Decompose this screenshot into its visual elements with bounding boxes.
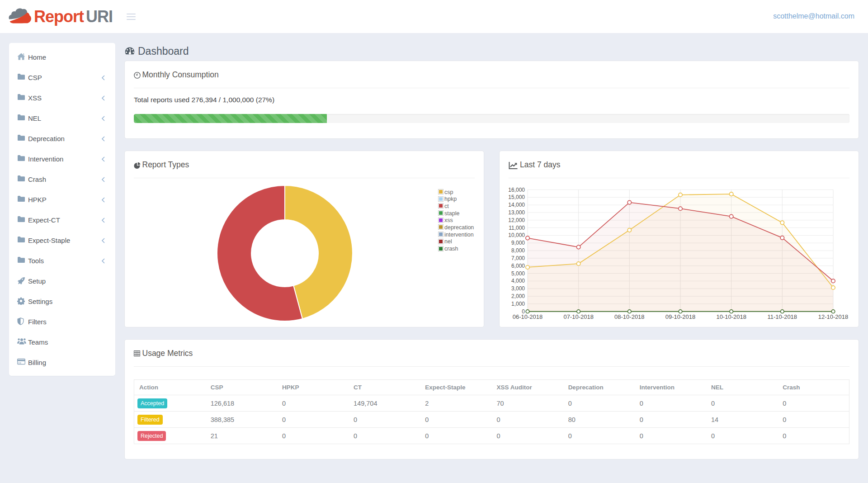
svg-text:1,000: 1,000 bbox=[511, 301, 525, 307]
svg-text:14,000: 14,000 bbox=[508, 202, 525, 208]
svg-text:11,000: 11,000 bbox=[509, 225, 525, 231]
svg-text:12-10-2018: 12-10-2018 bbox=[818, 313, 849, 320]
svg-text:08-10-2018: 08-10-2018 bbox=[614, 313, 645, 320]
svg-text:8,000: 8,000 bbox=[511, 247, 525, 254]
svg-text:4,000: 4,000 bbox=[511, 278, 525, 284]
svg-text:12,000: 12,000 bbox=[508, 217, 525, 223]
svg-text:6,000: 6,000 bbox=[511, 263, 525, 269]
svg-text:3,000: 3,000 bbox=[511, 285, 525, 292]
svg-text:13,000: 13,000 bbox=[508, 209, 525, 216]
svg-text:7,000: 7,000 bbox=[511, 255, 525, 261]
svg-text:06-10-2018: 06-10-2018 bbox=[513, 313, 543, 320]
svg-text:9,000: 9,000 bbox=[511, 240, 525, 246]
svg-text:16,000: 16,000 bbox=[508, 187, 525, 193]
svg-text:15,000: 15,000 bbox=[508, 194, 525, 200]
svg-text:2,000: 2,000 bbox=[511, 293, 525, 299]
svg-text:10-10-2018: 10-10-2018 bbox=[716, 313, 746, 320]
svg-text:5,000: 5,000 bbox=[511, 270, 525, 277]
svg-text:11-10-2018: 11-10-2018 bbox=[768, 313, 797, 320]
svg-text:10,000: 10,000 bbox=[508, 232, 525, 238]
svg-text:07-10-2018: 07-10-2018 bbox=[563, 313, 594, 320]
svg-text:09-10-2018: 09-10-2018 bbox=[665, 313, 696, 320]
